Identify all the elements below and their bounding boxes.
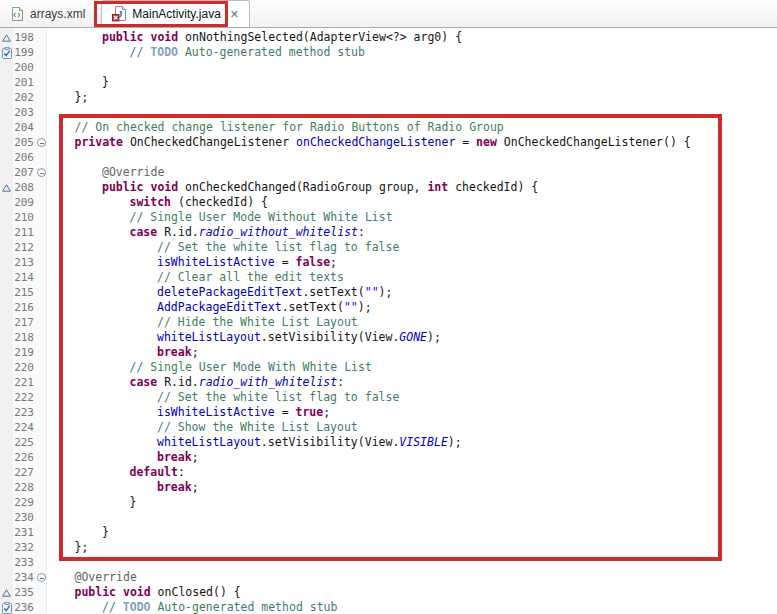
code-text: AddPackageEditText.setText(""); xyxy=(47,300,777,315)
code-text: }; xyxy=(47,90,777,105)
code-line[interactable]: 229} xyxy=(0,495,777,510)
folding-ruler-cell xyxy=(36,540,47,555)
code-line[interactable]: 213isWhiteListActive = false; xyxy=(0,255,777,270)
code-text: isWhiteListActive = false; xyxy=(47,255,777,270)
code-line[interactable]: 198public void onNothingSelected(Adapter… xyxy=(0,30,777,45)
line-number: 209 xyxy=(13,195,36,210)
code-text: whiteListLayout.setVisibility(View.VISIB… xyxy=(47,435,777,450)
override-indicator-icon xyxy=(0,585,13,600)
code-line[interactable]: 219break; xyxy=(0,345,777,360)
code-line[interactable]: 221case R.id.radio_with_whitelist: xyxy=(0,375,777,390)
override-indicator-icon xyxy=(0,180,13,195)
code-text: isWhiteListActive = true; xyxy=(47,405,777,420)
line-number: 212 xyxy=(13,240,36,255)
folding-ruler-cell xyxy=(36,510,47,525)
code-text: deletePackageEditText.setText(""); xyxy=(47,285,777,300)
code-line[interactable]: 223isWhiteListActive = true; xyxy=(0,405,777,420)
code-line[interactable]: 206 xyxy=(0,150,777,165)
code-text: }; xyxy=(47,540,777,555)
annotation-ruler-cell xyxy=(0,150,13,165)
fold-collapse-icon[interactable] xyxy=(36,165,47,180)
code-line[interactable]: 207@Override xyxy=(0,165,777,180)
folding-ruler-cell xyxy=(36,300,47,315)
code-lines: 197@Override198public void onNothingSele… xyxy=(0,28,777,614)
code-line[interactable]: 209switch (checkedId) { xyxy=(0,195,777,210)
fold-collapse-icon[interactable] xyxy=(36,135,47,150)
folding-ruler-cell xyxy=(36,480,47,495)
folding-ruler-cell xyxy=(36,30,47,45)
code-line[interactable]: 211case R.id.radio_without_whitelist: xyxy=(0,225,777,240)
code-line[interactable]: 214// Clear all the edit texts xyxy=(0,270,777,285)
annotation-ruler-cell xyxy=(0,360,13,375)
code-text xyxy=(47,510,777,525)
code-line[interactable]: 210// Single User Mode Without White Lis… xyxy=(0,210,777,225)
code-line[interactable]: 226break; xyxy=(0,450,777,465)
line-number: 215 xyxy=(13,285,36,300)
code-line[interactable]: 235public void onClosed() { xyxy=(0,585,777,600)
code-text: whiteListLayout.setVisibility(View.GONE)… xyxy=(47,330,777,345)
annotation-ruler-cell xyxy=(0,570,13,585)
code-line[interactable]: 199// TODO Auto-generated method stub xyxy=(0,45,777,60)
folding-ruler-cell xyxy=(36,120,47,135)
tab-mainactivity-java[interactable]: J MainActivity.java ✕ xyxy=(101,0,250,27)
line-number: 222 xyxy=(13,390,36,405)
code-line[interactable]: 227default: xyxy=(0,465,777,480)
code-line[interactable]: 224// Show the White List Layout xyxy=(0,420,777,435)
line-number: 236 xyxy=(13,600,36,614)
code-line[interactable]: 212// Set the white list flag to false xyxy=(0,240,777,255)
code-line[interactable]: 220// Single User Mode With White List xyxy=(0,360,777,375)
code-text xyxy=(47,555,777,570)
line-number: 210 xyxy=(13,210,36,225)
line-number: 211 xyxy=(13,225,36,240)
line-number: 199 xyxy=(13,45,36,60)
folding-ruler-cell xyxy=(36,495,47,510)
folding-ruler-cell xyxy=(36,330,47,345)
code-line[interactable]: 233 xyxy=(0,555,777,570)
override-indicator-icon xyxy=(0,30,13,45)
code-line[interactable]: 216AddPackageEditText.setText(""); xyxy=(0,300,777,315)
code-line[interactable]: 218whiteListLayout.setVisibility(View.GO… xyxy=(0,330,777,345)
code-line[interactable]: 236// TODO Auto-generated method stub xyxy=(0,600,777,614)
code-line[interactable]: 202}; xyxy=(0,90,777,105)
line-number: 225 xyxy=(13,435,36,450)
annotation-ruler-cell xyxy=(0,450,13,465)
folding-ruler-cell xyxy=(36,45,47,60)
code-line[interactable]: 222// Set the white list flag to false xyxy=(0,390,777,405)
folding-ruler-cell xyxy=(36,75,47,90)
code-line[interactable]: 201} xyxy=(0,75,777,90)
annotation-ruler-cell xyxy=(0,165,13,180)
code-text: // Hide the White List Layout xyxy=(47,315,777,330)
annotation-ruler-cell xyxy=(0,75,13,90)
code-line[interactable]: 205private OnCheckedChangeListener onChe… xyxy=(0,135,777,150)
java-file-icon: J xyxy=(112,6,127,22)
code-line[interactable]: 228break; xyxy=(0,480,777,495)
code-line[interactable]: 208public void onCheckedChanged(RadioGro… xyxy=(0,180,777,195)
folding-ruler-cell xyxy=(36,180,47,195)
annotation-ruler-cell xyxy=(0,135,13,150)
line-number: 214 xyxy=(13,270,36,285)
code-text: break; xyxy=(47,480,777,495)
fold-collapse-icon[interactable] xyxy=(36,570,47,585)
code-line[interactable]: 225whiteListLayout.setVisibility(View.VI… xyxy=(0,435,777,450)
code-line[interactable]: 200 xyxy=(0,60,777,75)
line-number: 203 xyxy=(13,105,36,120)
code-line[interactable]: 204// On checked change listener for Rad… xyxy=(0,120,777,135)
tab-close-icon[interactable]: ✕ xyxy=(230,9,239,20)
code-editor[interactable]: 197@Override198public void onNothingSele… xyxy=(0,28,777,614)
code-line[interactable]: 215deletePackageEditText.setText(""); xyxy=(0,285,777,300)
line-number: 216 xyxy=(13,300,36,315)
line-number: 202 xyxy=(13,90,36,105)
code-text: break; xyxy=(47,450,777,465)
code-line[interactable]: 230 xyxy=(0,510,777,525)
folding-ruler-cell xyxy=(36,210,47,225)
code-line[interactable]: 203 xyxy=(0,105,777,120)
code-text: switch (checkedId) { xyxy=(47,195,777,210)
code-text: } xyxy=(47,495,777,510)
xml-file-icon xyxy=(10,6,25,22)
tab-arrays-xml[interactable]: arrays.xml xyxy=(0,0,95,27)
code-line[interactable]: 234@Override xyxy=(0,570,777,585)
folding-ruler-cell xyxy=(36,405,47,420)
code-line[interactable]: 231} xyxy=(0,525,777,540)
code-line[interactable]: 217// Hide the White List Layout xyxy=(0,315,777,330)
code-line[interactable]: 232}; xyxy=(0,540,777,555)
